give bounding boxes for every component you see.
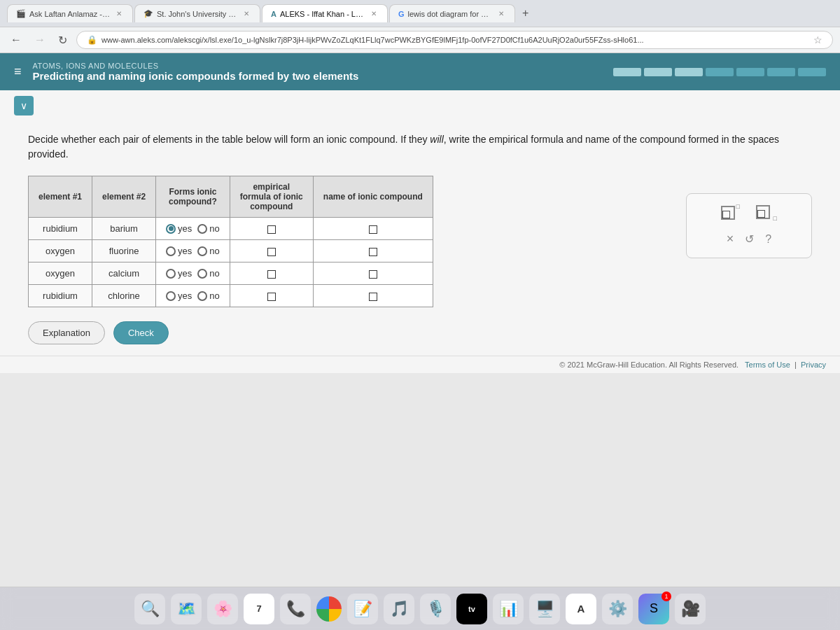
dock-siri[interactable]: S 1 bbox=[638, 594, 669, 624]
address-bar[interactable]: 🔒 www-awn.aleks.com/alekscgi/x/lsl.exe/1… bbox=[76, 31, 833, 49]
cross-icon[interactable]: × bbox=[727, 232, 734, 246]
progress-seg-7 bbox=[798, 68, 826, 76]
dock-font[interactable]: A bbox=[566, 594, 596, 624]
dock-settings[interactable]: ⚙️ bbox=[602, 594, 633, 624]
dock-podcast[interactable]: 🎙️ bbox=[420, 594, 451, 624]
radio-yes-row1[interactable]: yes bbox=[166, 223, 192, 234]
name-input-row3[interactable] bbox=[369, 270, 377, 279]
tab-3[interactable]: A ALEKS - Iffat Khan - Learn ✕ bbox=[262, 4, 388, 22]
tab-1-label: Ask Laftan Anlamaz - Episode bbox=[29, 10, 111, 18]
radio-yes-circle-row4 bbox=[166, 291, 176, 301]
radio-no-row3[interactable]: no bbox=[197, 268, 219, 279]
forward-button[interactable]: → bbox=[31, 32, 49, 48]
radio-group-row1: yes no bbox=[166, 223, 220, 234]
superscript-box-2: □ □ bbox=[756, 205, 777, 222]
compound-table: element #1 element #2 Forms ioniccompoun… bbox=[28, 176, 433, 307]
radio-no-row2[interactable]: no bbox=[197, 246, 219, 256]
help-icon[interactable]: ? bbox=[765, 233, 771, 246]
radio-yes-row4[interactable]: yes bbox=[166, 290, 192, 301]
tab-2-close[interactable]: ✕ bbox=[241, 9, 251, 18]
radio-row1: yes no bbox=[156, 218, 230, 240]
header-subtitle: ATOMS, IONS AND MOLECULES bbox=[33, 62, 359, 70]
radio-yes-row3[interactable]: yes bbox=[166, 268, 192, 279]
radio-group-row2: yes no bbox=[166, 246, 220, 256]
dock-stocks[interactable]: 📊 bbox=[493, 594, 524, 624]
tab-2-label: St. John's University - My App bbox=[157, 10, 238, 18]
name-row3[interactable] bbox=[313, 262, 433, 285]
progress-seg-5 bbox=[736, 68, 764, 76]
header-title: Predicting and naming ionic compounds fo… bbox=[33, 70, 359, 82]
radio-no-label-row1: no bbox=[209, 223, 219, 234]
reload-button[interactable]: ↻ bbox=[55, 32, 71, 48]
tab-1[interactable]: 🎬 Ask Laftan Anlamaz - Episode ✕ bbox=[7, 4, 133, 22]
tab-1-close[interactable]: ✕ bbox=[114, 9, 124, 18]
name-row4[interactable] bbox=[313, 285, 433, 307]
empirical-row4[interactable] bbox=[230, 285, 313, 307]
empirical-input-row2[interactable] bbox=[267, 248, 276, 256]
radio-yes-row2[interactable]: yes bbox=[166, 246, 192, 256]
empirical-row3[interactable] bbox=[230, 262, 313, 285]
tab-2[interactable]: 🎓 St. John's University - My App ✕ bbox=[134, 4, 260, 22]
el1-oxygen-1: oxygen bbox=[29, 240, 92, 262]
back-button[interactable]: ← bbox=[7, 32, 25, 48]
tab-4-label: lewis dot diagram for B - Goog bbox=[408, 10, 493, 18]
el2-barium: barium bbox=[92, 218, 156, 240]
dock-calendar[interactable]: 7 bbox=[244, 594, 274, 624]
undo-icon[interactable]: ↺ bbox=[745, 232, 754, 246]
name-row1[interactable] bbox=[313, 218, 433, 240]
el1-oxygen-2: oxygen bbox=[29, 262, 92, 285]
radio-row4: yes no bbox=[156, 285, 230, 307]
box-icon-1: □ bbox=[721, 206, 735, 220]
buttons-row: Explanation Check bbox=[28, 321, 812, 344]
dock-display[interactable]: 🖥️ bbox=[529, 594, 560, 624]
new-tab-button[interactable]: + bbox=[517, 4, 534, 22]
empirical-row1[interactable] bbox=[230, 218, 313, 240]
progress-seg-2 bbox=[644, 68, 672, 76]
subscript-2: □ bbox=[774, 215, 777, 222]
dock-music[interactable]: 🎵 bbox=[384, 594, 414, 624]
progress-seg-6 bbox=[767, 68, 795, 76]
footer-privacy[interactable]: Privacy bbox=[801, 360, 826, 369]
tab-4-close[interactable]: ✕ bbox=[496, 9, 506, 18]
dock-chrome[interactable] bbox=[316, 596, 342, 622]
tab-4[interactable]: G lewis dot diagram for B - Goog ✕ bbox=[389, 4, 515, 22]
tab-4-favicon: G bbox=[398, 10, 405, 18]
tab-1-favicon: 🎬 bbox=[16, 9, 26, 18]
empirical-input-row3[interactable] bbox=[267, 270, 276, 279]
explanation-button[interactable]: Explanation bbox=[28, 321, 105, 344]
tab-3-close[interactable]: ✕ bbox=[369, 9, 379, 18]
radio-no-row4[interactable]: no bbox=[197, 290, 219, 301]
dock-finder[interactable]: 🔍 bbox=[134, 594, 165, 624]
dock-appletv[interactable]: tv bbox=[456, 594, 487, 624]
radio-no-circle-row2 bbox=[197, 246, 207, 256]
name-input-row1[interactable] bbox=[369, 225, 377, 234]
dock-notes[interactable]: 📝 bbox=[347, 594, 378, 624]
el2-calcium: calcium bbox=[92, 262, 156, 285]
browser-tabs-bar: 🎬 Ask Laftan Anlamaz - Episode ✕ 🎓 St. J… bbox=[0, 0, 840, 27]
dock-maps[interactable]: 🗺️ bbox=[171, 594, 202, 624]
radio-row3: yes no bbox=[156, 262, 230, 285]
radio-yes-label-row4: yes bbox=[178, 290, 192, 301]
empirical-row2[interactable] bbox=[230, 240, 313, 262]
empirical-input-row1[interactable] bbox=[267, 225, 276, 234]
dock-camera[interactable]: 🎥 bbox=[675, 594, 706, 624]
hamburger-icon[interactable]: ≡ bbox=[14, 64, 22, 79]
check-button[interactable]: Check bbox=[113, 321, 169, 344]
col-header-forms: Forms ioniccompound? bbox=[156, 176, 230, 218]
main-wrapper: ≡ ATOMS, IONS AND MOLECULES Predicting a… bbox=[0, 53, 840, 587]
name-row2[interactable] bbox=[313, 240, 433, 262]
tab-list: 🎬 Ask Laftan Anlamaz - Episode ✕ 🎓 St. J… bbox=[7, 4, 833, 22]
accordion-toggle[interactable]: ∨ bbox=[14, 96, 34, 115]
feedback-box: □ □ □ □ × ↺ ? bbox=[686, 193, 812, 258]
footer-terms[interactable]: Terms of Use bbox=[745, 360, 790, 369]
table-row: oxygen calcium yes no bbox=[29, 262, 433, 285]
dock-facetime[interactable]: 📞 bbox=[280, 594, 311, 624]
radio-no-label-row4: no bbox=[209, 290, 219, 301]
empirical-input-row4[interactable] bbox=[267, 293, 276, 301]
bookmark-icon[interactable]: ☆ bbox=[813, 34, 822, 46]
dock-photos[interactable]: 🌸 bbox=[207, 594, 238, 624]
radio-yes-label-row2: yes bbox=[178, 246, 192, 256]
name-input-row4[interactable] bbox=[369, 293, 377, 301]
radio-no-row1[interactable]: no bbox=[197, 223, 219, 234]
name-input-row2[interactable] bbox=[369, 248, 377, 256]
